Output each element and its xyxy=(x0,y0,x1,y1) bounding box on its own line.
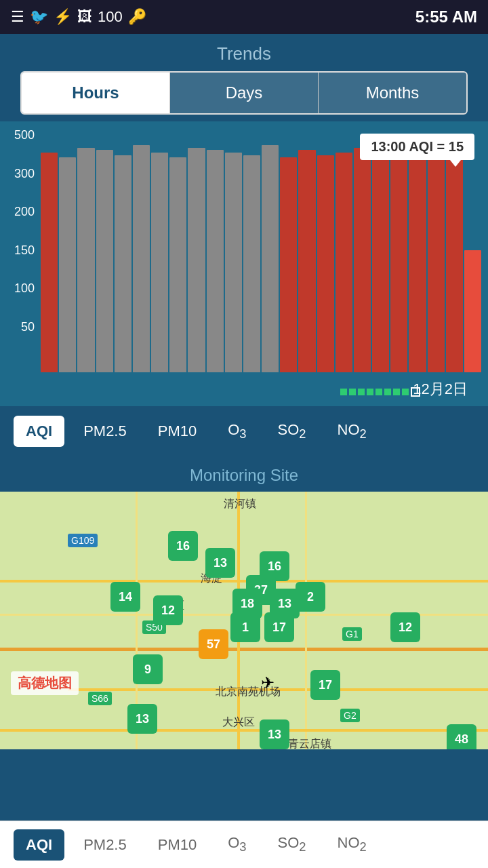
bar-5 xyxy=(133,145,150,372)
bar-11 xyxy=(243,155,260,372)
bar-9 xyxy=(207,150,224,372)
gaode-logo: 高德地图 xyxy=(11,671,79,695)
bottom-tab-so2[interactable]: SO2 xyxy=(266,827,319,861)
bar-17 xyxy=(354,148,371,372)
map-pin-15[interactable]: 13 xyxy=(127,704,157,734)
bottom-nav: AQI PM2.5 PM10 O3 SO2 NO2 xyxy=(0,821,488,868)
map-pin-6[interactable]: 2 xyxy=(296,582,325,612)
shield-g1: G1 xyxy=(342,627,362,641)
y-label-50: 50 xyxy=(3,320,35,334)
dot-6 xyxy=(384,389,391,395)
dot-5 xyxy=(375,389,382,395)
time-display: 5:55 AM xyxy=(415,7,477,26)
dot-3 xyxy=(358,389,365,395)
badge-icon: 100 xyxy=(98,8,123,26)
y-label-100: 100 xyxy=(3,281,35,296)
bar-19 xyxy=(390,150,407,372)
y-label-200: 200 xyxy=(3,205,35,219)
usb-icon: ⚡ xyxy=(54,8,72,26)
status-icons-left: ☰ 🐦 ⚡ 🖼 100 🔑 xyxy=(11,8,146,26)
map-pin-12[interactable]: 57 xyxy=(199,629,228,659)
status-bar: ☰ 🐦 ⚡ 🖼 100 🔑 5:55 AM xyxy=(0,0,488,34)
aqi-tooltip: 13:00 AQI = 15 xyxy=(360,134,474,160)
y-label-500: 500 xyxy=(3,128,35,142)
key-icon: 🔑 xyxy=(128,8,146,26)
bottom-tab-pm25[interactable]: PM2.5 xyxy=(71,829,139,861)
bar-13 xyxy=(280,157,297,372)
bar-23 xyxy=(464,250,481,372)
time-range-tabs: Hours Days Months xyxy=(20,71,468,115)
tab-aqi-chart[interactable]: AQI xyxy=(14,416,64,447)
bar-1 xyxy=(59,157,76,372)
tab-months[interactable]: Months xyxy=(319,73,466,113)
road-h2 xyxy=(0,648,488,651)
pollutant-tabs-chart: AQI PM2.5 PM10 O3 SO2 NO2 xyxy=(0,406,488,456)
bar-16 xyxy=(336,153,352,372)
dot-2 xyxy=(349,389,356,395)
dot-8 xyxy=(402,389,409,395)
bar-7 xyxy=(169,157,186,372)
bar-4 xyxy=(115,155,131,372)
twitter-icon: 🐦 xyxy=(30,8,48,26)
bar-15 xyxy=(317,155,334,372)
bar-14 xyxy=(298,150,315,372)
y-label-150: 150 xyxy=(3,243,35,258)
bottom-tab-o3[interactable]: O3 xyxy=(216,827,258,861)
tab-o3-chart[interactable]: O3 xyxy=(216,414,258,448)
y-axis: 500 300 200 150 100 50 xyxy=(0,128,37,372)
tab-no2-chart[interactable]: NO2 xyxy=(325,414,379,448)
map-pin-13[interactable]: 9 xyxy=(133,654,163,684)
bar-21 xyxy=(428,145,445,372)
dot-4 xyxy=(367,389,373,395)
image-icon: 🖼 xyxy=(77,8,92,26)
road-v3 xyxy=(305,492,307,749)
map-pin-11[interactable]: 12 xyxy=(390,612,420,642)
y-label-0 xyxy=(3,358,35,372)
bar-18 xyxy=(372,157,389,372)
shield-s66: S66 xyxy=(88,692,112,705)
map-pin-8[interactable]: 12 xyxy=(153,595,183,625)
tab-so2-chart[interactable]: SO2 xyxy=(266,414,319,448)
page-title: Trends xyxy=(0,34,488,71)
road-h1 xyxy=(0,580,488,583)
chart-area: 13:00 AQI = 15 500 300 200 150 100 50 12… xyxy=(0,121,488,406)
map-pin-17[interactable]: 48 xyxy=(447,724,476,749)
monitoring-label: Monitoring Site xyxy=(0,456,488,492)
map-pin-16[interactable]: 13 xyxy=(260,719,289,749)
bar-22 xyxy=(446,157,463,372)
tab-hours[interactable]: Hours xyxy=(22,73,170,113)
bar-chart xyxy=(41,128,481,372)
shield-g2: G2 xyxy=(340,709,360,722)
map-pin-1[interactable]: 13 xyxy=(205,548,235,578)
dot-7 xyxy=(393,389,400,395)
shield-g109: G109 xyxy=(68,534,98,547)
bar-12 xyxy=(262,145,279,372)
bar-3 xyxy=(96,150,113,372)
bar-0 xyxy=(41,153,58,372)
bottom-tab-no2[interactable]: NO2 xyxy=(325,827,379,861)
indicator-dots xyxy=(340,387,420,397)
bar-10 xyxy=(225,153,242,372)
dot-1 xyxy=(340,389,347,395)
bar-8 xyxy=(188,148,205,372)
map-pin-0[interactable]: 16 xyxy=(168,531,198,561)
airport-icon: ✈ xyxy=(261,673,274,692)
map-pin-7[interactable]: 14 xyxy=(110,582,140,612)
map-pin-9[interactable]: 17 xyxy=(264,612,294,642)
menu-icon: ☰ xyxy=(11,8,24,26)
bar-20 xyxy=(409,155,426,372)
bottom-tab-aqi[interactable]: AQI xyxy=(14,829,64,861)
map-pin-14[interactable]: 17 xyxy=(310,670,340,700)
label-qingyun: 青云店镇 xyxy=(288,737,331,749)
bar-2 xyxy=(77,148,94,372)
bottom-tab-pm10[interactable]: PM10 xyxy=(146,829,209,861)
label-daxing: 大兴区 xyxy=(222,715,255,730)
map-pin-10[interactable]: 1 xyxy=(230,612,260,642)
tab-pm25-chart[interactable]: PM2.5 xyxy=(71,416,139,447)
map-area[interactable]: 161316371813214121711257917131348 清河镇 海淀… xyxy=(0,492,488,749)
date-label: 12月2日 xyxy=(413,379,468,399)
y-label-300: 300 xyxy=(3,167,35,181)
tab-days[interactable]: Days xyxy=(170,73,319,113)
bar-6 xyxy=(151,153,168,372)
tab-pm10-chart[interactable]: PM10 xyxy=(146,416,209,447)
